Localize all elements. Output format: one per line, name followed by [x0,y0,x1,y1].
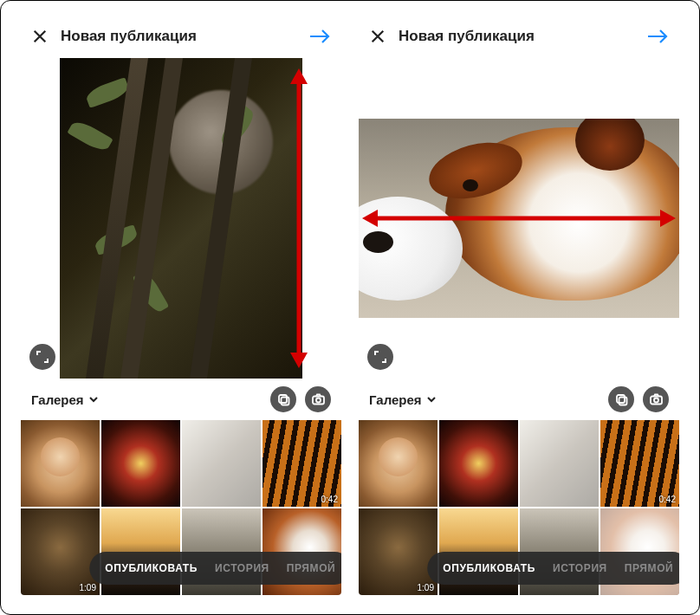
thumb-christmas[interactable] [439,420,518,507]
video-duration: 1:09 [418,583,434,592]
source-row: Галерея [359,379,679,420]
svg-rect-3 [279,395,287,403]
source-row: Галерея [21,379,341,420]
thumb-koala-selected[interactable] [182,420,261,507]
next-arrow-icon[interactable] [646,25,669,48]
close-icon[interactable] [31,28,49,45]
svg-rect-4 [281,397,288,405]
page-title: Новая публикация [399,28,634,45]
thumb-tiger-video[interactable]: 0:42 [262,420,341,507]
svg-point-13 [654,398,658,402]
preview-area[interactable] [21,58,341,379]
header: Новая публикация [21,15,341,58]
expand-crop-button[interactable] [367,344,393,370]
tab-publish[interactable]: ОПУБЛИКОВАТЬ [105,562,198,574]
multi-select-button[interactable] [608,386,634,412]
video-duration: 0:42 [659,495,676,504]
expand-crop-button[interactable] [29,344,55,370]
chevron-down-icon [425,393,438,405]
post-type-tabs: ОПУБЛИКОВАТЬ ИСТОРИЯ ПРЯМОЙ [89,552,341,585]
thumb-koala[interactable] [520,420,599,507]
preview-area[interactable] [359,58,679,379]
camera-button[interactable] [643,386,669,412]
header: Новая публикация [359,15,679,58]
post-type-tabs: ОПУБЛИКОВАТЬ ИСТОРИЯ ПРЯМОЙ [427,552,679,585]
phone-screen-left: Новая публикация [21,15,341,595]
tab-publish[interactable]: ОПУБЛИКОВАТЬ [443,562,535,574]
multi-select-button[interactable] [270,386,296,412]
svg-point-6 [316,398,321,402]
tab-story[interactable]: ИСТОРИЯ [215,562,269,574]
gallery-dropdown[interactable]: Галерея [31,392,100,407]
gallery-label: Галерея [369,392,422,407]
thumb-puppy[interactable] [359,420,438,507]
camera-button[interactable] [305,386,331,412]
gallery-label: Галерея [31,392,84,407]
video-duration: 0:42 [321,495,338,504]
chevron-down-icon [88,393,100,405]
phone-screen-right: Новая публикация [359,15,679,595]
tab-live[interactable]: ПРЯМОЙ [625,562,674,574]
tab-live[interactable]: ПРЯМОЙ [287,562,336,574]
svg-rect-11 [619,397,626,405]
thumb-owl-video[interactable]: 1:09 [21,508,100,595]
video-duration: 1:09 [80,583,96,592]
gallery-dropdown[interactable]: Галерея [369,392,438,407]
preview-image-portrait[interactable] [60,58,302,379]
svg-rect-10 [617,395,625,403]
close-icon[interactable] [369,28,386,45]
thumb-owl-video[interactable]: 1:09 [359,508,438,595]
page-title: Новая публикация [61,28,296,45]
preview-image-landscape[interactable] [359,119,679,318]
next-arrow-icon[interactable] [308,25,331,48]
tab-story[interactable]: ИСТОРИЯ [553,562,607,574]
thumb-christmas[interactable] [101,420,180,507]
thumb-puppy[interactable] [21,420,100,507]
thumb-tiger-video[interactable]: 0:42 [600,420,679,507]
